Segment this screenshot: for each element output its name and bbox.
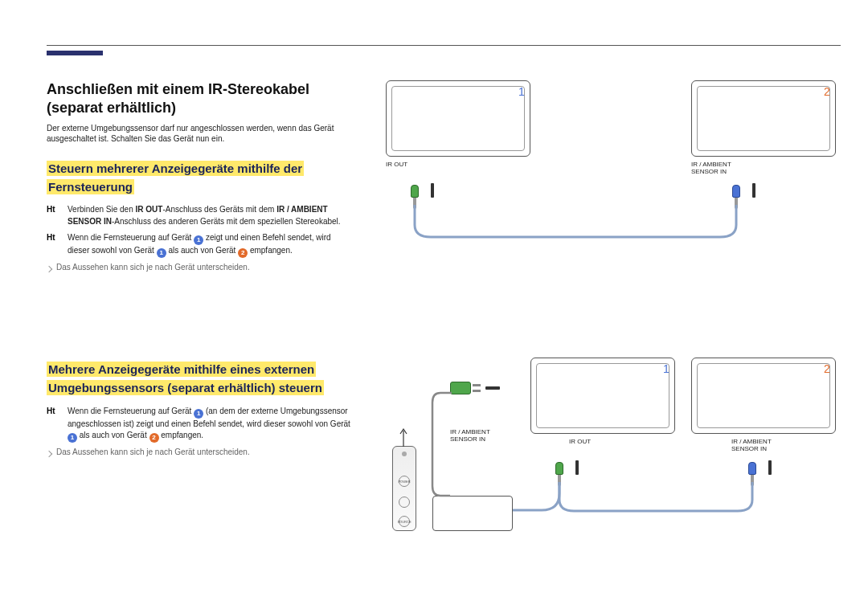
remote-signal-arrow — [400, 426, 411, 447]
sensor-receiver — [432, 496, 513, 531]
cable-2 — [555, 482, 760, 526]
header-rule — [47, 45, 841, 46]
cable-sensor — [511, 482, 567, 526]
section-2-heading: Mehrere Anzeigegeräte mithilfe eines ext… — [47, 362, 324, 395]
text: Wenn die Fernsteuerung auf Gerät — [68, 407, 194, 415]
remote-control: POWER SOURCE — [392, 446, 416, 531]
monitor-1 — [386, 80, 530, 157]
text: als auch von Gerät — [77, 431, 149, 439]
port-slot — [752, 183, 755, 198]
port-slot — [768, 460, 772, 475]
label-ir-out-b: IR OUT — [569, 438, 591, 445]
port-slot — [431, 183, 434, 198]
numbered-badge-1: 1 — [194, 235, 203, 245]
remote-power-button: POWER — [399, 476, 410, 487]
numbered-badge-1: 1 — [68, 433, 77, 443]
label-ir-amb-right: IR / AMBIENT SENSOR IN — [731, 438, 772, 452]
text: empfangen. — [248, 246, 293, 255]
title-line-1: Anschließen mit einem IR-Stereokabel — [47, 81, 309, 97]
numbered-badge-1: 1 — [157, 248, 166, 258]
remote-source-button: SOURCE — [399, 516, 410, 527]
diagram-1: 1 2 IR OUT IR / AMBIENT SENSOR IN — [386, 80, 840, 245]
text-bold: IR OUT — [136, 205, 163, 214]
cable-1 — [410, 205, 743, 253]
header-marker — [47, 51, 103, 55]
intro-text: Der externe Umgebungssensor darf nur ang… — [47, 123, 352, 145]
port-slot — [485, 386, 500, 390]
section-2-list: Wenn die Fernsteuerung auf Gerät 1 (an d… — [47, 406, 352, 443]
section-1-list: Verbinden Sie den IR OUT-Anschluss des G… — [47, 204, 352, 258]
monitor-2 — [691, 80, 836, 157]
text: Wenn die Fernsteuerung auf Gerät — [68, 233, 194, 242]
text: Verbinden Sie den — [68, 205, 136, 214]
page-title: Anschließen mit einem IR-Stereokabel (se… — [47, 80, 352, 118]
left-column-top: Anschließen mit einem IR-Stereokabel (se… — [47, 80, 352, 272]
numbered-badge-1: 1 — [194, 409, 203, 419]
section-1-heading: Steuern mehrerer Anzeigegeräte mithilfe … — [47, 161, 304, 194]
diagram-2: 1 2 IR OUT IR / AMBIENT SENSOR IN IR / A… — [370, 358, 844, 558]
text: als auch von Gerät — [166, 246, 239, 255]
cable-power — [432, 393, 465, 497]
list-item: Verbinden Sie den IR OUT-Anschluss des G… — [47, 204, 352, 227]
text: -Anschluss des Geräts mit dem — [162, 205, 276, 214]
text: -Anschluss des anderen Geräts mit dem sp… — [112, 217, 341, 226]
remote-button — [399, 497, 410, 508]
list-item: Wenn die Fernsteuerung auf Gerät 1 (an d… — [47, 406, 352, 443]
monitor-2-number: 2 — [824, 85, 830, 98]
section-1: Steuern mehrerer Anzeigegeräte mithilfe … — [47, 159, 352, 272]
monitor-2b — [691, 358, 836, 434]
left-column-bottom: Mehrere Anzeigegeräte mithilfe eines ext… — [47, 360, 352, 456]
text: empfangen. — [159, 431, 204, 439]
list-item: Wenn die Fernsteuerung auf Gerät 1 zeigt… — [47, 232, 352, 258]
monitor-1-number: 1 — [518, 85, 525, 98]
section-1-note: Das Aussehen kann sich je nach Gerät unt… — [47, 263, 352, 272]
title-line-2: (separat erhältlich) — [47, 100, 176, 116]
numbered-badge-2: 2 — [238, 248, 248, 258]
monitor-1b — [530, 358, 675, 434]
monitor-2b-number: 2 — [824, 362, 830, 375]
numbered-badge-2: 2 — [149, 433, 159, 443]
monitor-1b-number: 1 — [663, 362, 669, 375]
label-ir-out: IR OUT — [386, 161, 407, 168]
section-2-note: Das Aussehen kann sich je nach Gerät unt… — [47, 447, 352, 456]
label-ir-ambient: IR / AMBIENT SENSOR IN — [691, 161, 731, 175]
port-slot — [575, 460, 579, 475]
